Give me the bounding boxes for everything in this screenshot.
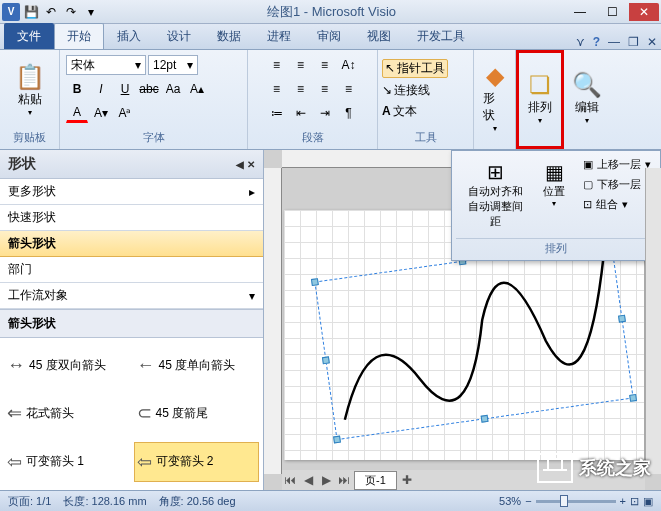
- master-variable-arrow-1[interactable]: ⇦可变箭头 1: [4, 442, 130, 482]
- shapes-pane-close-icon[interactable]: ◀ ✕: [236, 159, 255, 170]
- master-variable-arrow-2[interactable]: ⇦可变箭头 2: [134, 442, 260, 482]
- curved-line-shape[interactable]: [315, 241, 634, 441]
- minimize-button[interactable]: —: [565, 3, 595, 21]
- shapes-pane: 形状 ◀ ✕ 更多形状▸ 快速形状 箭头形状 部门 工作流对象▾ 箭头形状 ↔4…: [0, 150, 264, 490]
- chevron-down-icon: ▾: [28, 108, 32, 117]
- app-icon[interactable]: V: [2, 3, 20, 21]
- paste-button[interactable]: 📋 粘贴 ▾: [8, 60, 52, 120]
- auto-align-button[interactable]: ⊞ 自动对齐和自动调整间距: [456, 155, 534, 234]
- grow-font-button[interactable]: A▴: [186, 79, 208, 99]
- align-middle-button[interactable]: ≡: [290, 55, 312, 75]
- doc-restore-icon[interactable]: ❐: [624, 35, 643, 49]
- shape-styles-button[interactable]: ◆ 形状 ▾: [476, 59, 513, 136]
- tab-insert[interactable]: 插入: [104, 23, 154, 49]
- underline-button[interactable]: U: [114, 79, 136, 99]
- master-45-double-arrow[interactable]: ↔45 度双向箭头: [4, 346, 130, 385]
- master-fancy-arrow[interactable]: ⇐花式箭头: [4, 393, 130, 433]
- align-bottom-button[interactable]: ≡: [314, 55, 336, 75]
- drawing-canvas[interactable]: ⊞ 自动对齐和自动调整间距 ▦ 位置▾ ▣上移一层▾ ▢下移一层▾ ⊡组合▾ 排…: [264, 150, 661, 490]
- change-case-button[interactable]: Aa: [162, 79, 184, 99]
- align-top-button[interactable]: ≡: [266, 55, 288, 75]
- ribbon-minimize-icon[interactable]: ⋎: [572, 35, 589, 49]
- tab-home[interactable]: 开始: [54, 23, 104, 49]
- strike-button[interactable]: abc: [138, 79, 160, 99]
- tab-data[interactable]: 数据: [204, 23, 254, 49]
- font-color-button[interactable]: A: [66, 103, 88, 123]
- bold-button[interactable]: B: [66, 79, 88, 99]
- stencil-header: 箭头形状: [0, 309, 263, 338]
- stencil-quick-shapes[interactable]: 快速形状: [0, 205, 263, 231]
- font-size-select[interactable]: 12pt▾: [148, 55, 198, 75]
- shrink-font-button[interactable]: A▾: [90, 103, 112, 123]
- page-nav-next[interactable]: ▶: [318, 473, 334, 487]
- edit-label: 编辑: [575, 99, 599, 116]
- tab-design[interactable]: 设计: [154, 23, 204, 49]
- arrange-dropdown: ⊞ 自动对齐和自动调整间距 ▦ 位置▾ ▣上移一层▾ ▢下移一层▾ ⊡组合▾ 排…: [451, 150, 661, 261]
- find-icon: 🔍: [572, 71, 602, 99]
- send-backward-icon: ▢: [583, 178, 593, 191]
- zoom-out-button[interactable]: −: [525, 495, 531, 507]
- insert-page-icon[interactable]: ✚: [399, 473, 415, 487]
- align-center-button[interactable]: ≡: [290, 79, 312, 99]
- selection-box[interactable]: [314, 240, 633, 440]
- tab-process[interactable]: 进程: [254, 23, 304, 49]
- qat-redo-icon[interactable]: ↷: [62, 3, 80, 21]
- close-button[interactable]: ✕: [629, 3, 659, 21]
- quick-access-toolbar: V 💾 ↶ ↷ ▾: [2, 3, 100, 21]
- text-tool-button[interactable]: 文本: [393, 103, 417, 120]
- font-family-select[interactable]: 宋体▾: [66, 55, 146, 75]
- doc-close-icon[interactable]: ✕: [643, 35, 661, 49]
- superscript-button[interactable]: Aᵃ: [114, 103, 136, 123]
- master-45-single-arrow[interactable]: ←45 度单向箭头: [134, 346, 260, 385]
- full-screen-button[interactable]: ▣: [643, 495, 653, 508]
- arrange-label: 排列: [528, 99, 552, 116]
- stencil-more-shapes[interactable]: 更多形状▸: [0, 179, 263, 205]
- zoom-in-button[interactable]: +: [620, 495, 626, 507]
- arrow-icon: ⇦: [137, 451, 152, 473]
- qat-undo-icon[interactable]: ↶: [42, 3, 60, 21]
- vertical-scrollbar[interactable]: [645, 168, 661, 474]
- decrease-indent-button[interactable]: ⇤: [290, 103, 312, 123]
- zoom-level[interactable]: 53%: [499, 495, 521, 507]
- maximize-button[interactable]: ☐: [597, 3, 627, 21]
- position-button[interactable]: ▦ 位置▾: [534, 155, 574, 234]
- stencil-arrow-shapes[interactable]: 箭头形状: [0, 231, 263, 257]
- connector-tool-button[interactable]: 连接线: [394, 82, 430, 99]
- qat-save-icon[interactable]: 💾: [22, 3, 40, 21]
- justify-button[interactable]: ≡: [338, 79, 360, 99]
- pointer-tool-button[interactable]: 指针工具: [397, 60, 445, 77]
- tab-file[interactable]: 文件: [4, 23, 54, 49]
- connector-icon: ↘: [382, 83, 392, 97]
- increase-indent-button[interactable]: ⇥: [314, 103, 336, 123]
- help-icon[interactable]: ?: [589, 35, 604, 49]
- paste-label: 粘贴: [18, 91, 42, 108]
- tab-view[interactable]: 视图: [354, 23, 404, 49]
- group-label-edit: [566, 143, 608, 147]
- align-left-button[interactable]: ≡: [266, 79, 288, 99]
- tab-review[interactable]: 审阅: [304, 23, 354, 49]
- qat-dropdown-icon[interactable]: ▾: [82, 3, 100, 21]
- zoom-slider[interactable]: [536, 500, 616, 503]
- page-nav-prev[interactable]: ◀: [300, 473, 316, 487]
- align-right-button[interactable]: ≡: [314, 79, 336, 99]
- group-label-paragraph: 段落: [250, 128, 375, 147]
- status-angle: 角度: 20.56 deg: [159, 494, 236, 509]
- doc-minimize-icon[interactable]: —: [604, 35, 624, 49]
- arrange-button[interactable]: ❏ 排列 ▾: [521, 68, 559, 128]
- italic-button[interactable]: I: [90, 79, 112, 99]
- edit-button[interactable]: 🔍 编辑 ▾: [565, 68, 609, 128]
- page-tab[interactable]: 页-1: [354, 471, 397, 490]
- line-spacing-button[interactable]: ¶: [338, 103, 360, 123]
- fit-page-button[interactable]: ⊡: [630, 495, 639, 508]
- stencil-department[interactable]: 部门: [0, 257, 263, 283]
- page-nav-first[interactable]: ⏮: [282, 473, 298, 487]
- arrow-icon: ⇐: [7, 402, 22, 424]
- master-45-arrow-tail[interactable]: ⊂45 度箭尾: [134, 393, 260, 433]
- tab-developer[interactable]: 开发工具: [404, 23, 478, 49]
- group-icon: ⊡: [583, 198, 592, 211]
- bullets-button[interactable]: ≔: [266, 103, 288, 123]
- orientation-button[interactable]: A↕: [338, 55, 360, 75]
- shape-icon: ◆: [486, 62, 504, 90]
- stencil-workflow-objects[interactable]: 工作流对象▾: [0, 283, 263, 309]
- page-nav-last[interactable]: ⏭: [336, 473, 352, 487]
